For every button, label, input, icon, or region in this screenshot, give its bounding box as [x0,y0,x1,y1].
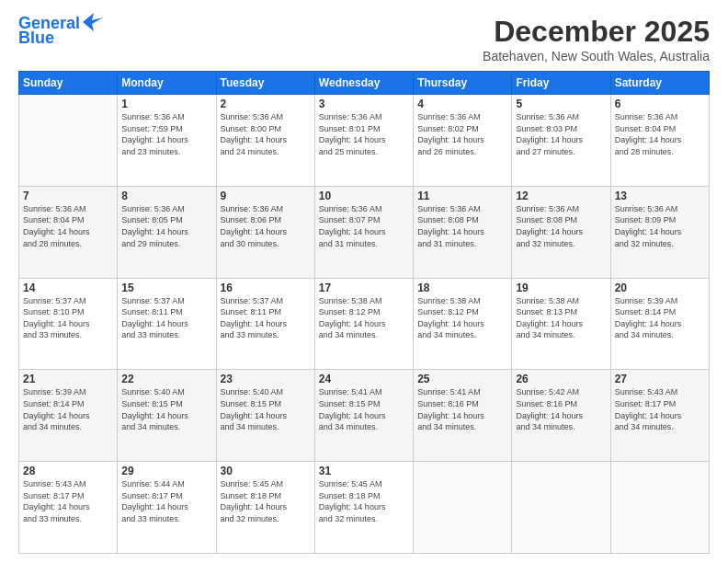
calendar-week-row: 7Sunrise: 5:36 AMSunset: 8:04 PMDaylight… [19,186,710,278]
day-info: Sunrise: 5:36 AMSunset: 8:07 PMDaylight:… [319,203,409,249]
day-info: Sunrise: 5:36 AMSunset: 8:06 PMDaylight:… [221,203,311,249]
day-number: 6 [615,98,705,110]
calendar-day-cell [414,462,512,554]
calendar-day-cell: 7Sunrise: 5:36 AMSunset: 8:04 PMDaylight… [19,186,118,278]
day-info: Sunrise: 5:36 AMSunset: 8:02 PMDaylight:… [417,111,507,157]
day-info: Sunrise: 5:41 AMSunset: 8:15 PMDaylight:… [319,386,409,432]
calendar-day-cell: 3Sunrise: 5:36 AMSunset: 8:01 PMDaylight… [314,95,413,187]
day-number: 18 [417,282,507,294]
calendar-day-cell: 25Sunrise: 5:41 AMSunset: 8:16 PMDayligh… [414,370,512,462]
calendar-day-cell: 13Sunrise: 5:36 AMSunset: 8:09 PMDayligh… [610,186,709,278]
day-number: 12 [516,190,606,202]
day-info: Sunrise: 5:43 AMSunset: 8:17 PMDaylight:… [615,386,705,432]
day-number: 29 [121,465,211,477]
day-number: 23 [221,373,311,385]
month-title: December 2025 [483,15,710,49]
day-number: 26 [516,373,606,385]
day-number: 8 [121,190,211,202]
day-info: Sunrise: 5:40 AMSunset: 8:15 PMDaylight:… [121,386,211,432]
calendar-header-row: SundayMondayTuesdayWednesdayThursdayFrid… [19,72,710,95]
day-number: 7 [23,190,113,202]
day-info: Sunrise: 5:36 AMSunset: 8:08 PMDaylight:… [516,203,606,249]
day-info: Sunrise: 5:36 AMSunset: 7:59 PMDaylight:… [121,111,211,157]
weekday-header-thursday: Thursday [414,72,512,95]
calendar-day-cell: 21Sunrise: 5:39 AMSunset: 8:14 PMDayligh… [19,370,118,462]
weekday-header-saturday: Saturday [610,72,709,95]
day-info: Sunrise: 5:41 AMSunset: 8:16 PMDaylight:… [417,386,507,432]
calendar-day-cell: 12Sunrise: 5:36 AMSunset: 8:08 PMDayligh… [512,186,610,278]
calendar-day-cell: 2Sunrise: 5:36 AMSunset: 8:00 PMDaylight… [216,95,314,187]
day-info: Sunrise: 5:36 AMSunset: 8:04 PMDaylight:… [615,111,705,157]
calendar-day-cell: 27Sunrise: 5:43 AMSunset: 8:17 PMDayligh… [610,370,709,462]
day-info: Sunrise: 5:39 AMSunset: 8:14 PMDaylight:… [615,295,705,341]
title-block: December 2025 Batehaven, New South Wales… [483,15,710,63]
calendar-day-cell: 29Sunrise: 5:44 AMSunset: 8:17 PMDayligh… [118,462,216,554]
day-info: Sunrise: 5:36 AMSunset: 8:03 PMDaylight:… [516,111,606,157]
day-info: Sunrise: 5:38 AMSunset: 8:13 PMDaylight:… [516,295,606,341]
day-info: Sunrise: 5:45 AMSunset: 8:18 PMDaylight:… [221,478,311,524]
calendar-day-cell: 5Sunrise: 5:36 AMSunset: 8:03 PMDaylight… [512,95,610,187]
page: General Blue December 2025 Batehaven, Ne… [0,0,728,563]
header: General Blue December 2025 Batehaven, Ne… [18,15,710,63]
day-info: Sunrise: 5:36 AMSunset: 8:09 PMDaylight:… [615,203,705,249]
day-info: Sunrise: 5:36 AMSunset: 8:08 PMDaylight:… [417,203,507,249]
day-number: 11 [417,190,507,202]
day-number: 27 [615,373,705,385]
day-info: Sunrise: 5:44 AMSunset: 8:17 PMDaylight:… [121,478,211,524]
calendar-week-row: 14Sunrise: 5:37 AMSunset: 8:10 PMDayligh… [19,278,710,370]
day-number: 17 [319,282,409,294]
calendar-day-cell: 9Sunrise: 5:36 AMSunset: 8:06 PMDaylight… [216,186,314,278]
day-number: 5 [516,98,606,110]
calendar-day-cell: 23Sunrise: 5:40 AMSunset: 8:15 PMDayligh… [216,370,314,462]
calendar-day-cell: 10Sunrise: 5:36 AMSunset: 8:07 PMDayligh… [314,186,413,278]
day-number: 3 [319,98,409,110]
day-info: Sunrise: 5:43 AMSunset: 8:17 PMDaylight:… [23,478,113,524]
calendar-week-row: 28Sunrise: 5:43 AMSunset: 8:17 PMDayligh… [19,462,710,554]
day-info: Sunrise: 5:36 AMSunset: 8:04 PMDaylight:… [23,203,113,249]
calendar-day-cell: 8Sunrise: 5:36 AMSunset: 8:05 PMDaylight… [118,186,216,278]
day-info: Sunrise: 5:39 AMSunset: 8:14 PMDaylight:… [23,386,113,432]
calendar-day-cell: 31Sunrise: 5:45 AMSunset: 8:18 PMDayligh… [314,462,413,554]
calendar-day-cell: 14Sunrise: 5:37 AMSunset: 8:10 PMDayligh… [19,278,118,370]
calendar-day-cell: 30Sunrise: 5:45 AMSunset: 8:18 PMDayligh… [216,462,314,554]
day-number: 30 [221,465,311,477]
day-number: 14 [23,282,113,294]
calendar-day-cell: 24Sunrise: 5:41 AMSunset: 8:15 PMDayligh… [314,370,413,462]
day-number: 19 [516,282,606,294]
day-info: Sunrise: 5:40 AMSunset: 8:15 PMDaylight:… [221,386,311,432]
day-number: 15 [121,282,211,294]
calendar-day-cell: 28Sunrise: 5:43 AMSunset: 8:17 PMDayligh… [19,462,118,554]
day-info: Sunrise: 5:38 AMSunset: 8:12 PMDaylight:… [417,295,507,341]
calendar-day-cell: 17Sunrise: 5:38 AMSunset: 8:12 PMDayligh… [314,278,413,370]
day-info: Sunrise: 5:45 AMSunset: 8:18 PMDaylight:… [319,478,409,524]
calendar-day-cell [610,462,709,554]
weekday-header-sunday: Sunday [19,72,118,95]
day-number: 13 [615,190,705,202]
day-number: 9 [221,190,311,202]
calendar-day-cell: 1Sunrise: 5:36 AMSunset: 7:59 PMDaylight… [118,95,216,187]
day-number: 24 [319,373,409,385]
day-info: Sunrise: 5:37 AMSunset: 8:11 PMDaylight:… [221,295,311,341]
calendar-day-cell: 16Sunrise: 5:37 AMSunset: 8:11 PMDayligh… [216,278,314,370]
day-number: 16 [221,282,311,294]
calendar-day-cell [19,95,118,187]
calendar-day-cell: 20Sunrise: 5:39 AMSunset: 8:14 PMDayligh… [610,278,709,370]
calendar-day-cell: 18Sunrise: 5:38 AMSunset: 8:12 PMDayligh… [414,278,512,370]
calendar-day-cell: 11Sunrise: 5:36 AMSunset: 8:08 PMDayligh… [414,186,512,278]
day-number: 10 [319,190,409,202]
day-info: Sunrise: 5:36 AMSunset: 8:01 PMDaylight:… [319,111,409,157]
logo: General Blue [18,15,103,48]
day-number: 20 [615,282,705,294]
calendar-day-cell: 6Sunrise: 5:36 AMSunset: 8:04 PMDaylight… [610,95,709,187]
logo-icon [83,13,103,31]
calendar-week-row: 21Sunrise: 5:39 AMSunset: 8:14 PMDayligh… [19,370,710,462]
calendar-day-cell: 19Sunrise: 5:38 AMSunset: 8:13 PMDayligh… [512,278,610,370]
calendar-week-row: 1Sunrise: 5:36 AMSunset: 7:59 PMDaylight… [19,95,710,187]
calendar-day-cell: 22Sunrise: 5:40 AMSunset: 8:15 PMDayligh… [118,370,216,462]
weekday-header-tuesday: Tuesday [216,72,314,95]
day-number: 28 [23,465,113,477]
calendar-day-cell [512,462,610,554]
weekday-header-friday: Friday [512,72,610,95]
calendar-day-cell: 26Sunrise: 5:42 AMSunset: 8:16 PMDayligh… [512,370,610,462]
day-number: 4 [417,98,507,110]
